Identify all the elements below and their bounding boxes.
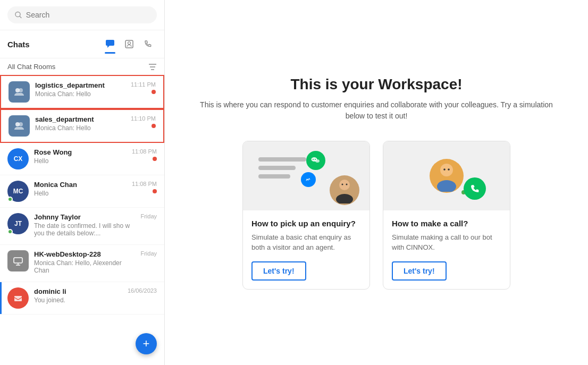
chat-list: logistics_department Monica Chan: Hello … — [0, 75, 164, 365]
chat-time-logistics: 11:11 PM — [131, 81, 156, 88]
svg-point-10 — [19, 88, 23, 92]
chat-meta-hkweb: Friday — [140, 250, 157, 257]
svg-point-29 — [443, 168, 446, 171]
unread-dot-rose — [153, 157, 157, 161]
chat-info-logistics: logistics_department Monica Chan: Hello — [35, 81, 127, 98]
svg-point-31 — [437, 180, 456, 192]
chat-preview-sales: Monica Chan: Hello — [35, 124, 127, 132]
chat-meta-johnny: Friday — [140, 213, 157, 219]
online-dot-monica — [7, 197, 13, 202]
search-input[interactable] — [26, 11, 149, 19]
unread-dot-logistics — [152, 90, 156, 94]
card-body-enquiry: How to pick up an enquiry? Simulate a ba… — [243, 210, 369, 289]
card-enquiry: How to pick up an enquiry? Simulate a ba… — [242, 141, 370, 290]
main-content: This is your Workspace! This is where yo… — [165, 0, 588, 365]
chat-meta-logistics: 11:11 PM — [131, 81, 156, 94]
all-chat-rooms-label: All Chat Rooms — [7, 63, 55, 71]
tab-contacts[interactable] — [121, 36, 138, 53]
chat-name-hkweb: HK-webDesktop-228 — [34, 250, 136, 258]
svg-point-25 — [342, 183, 343, 185]
card-desc-enquiry: Simulate a basic chat enquiry as both a … — [251, 232, 361, 253]
fab-new-chat[interactable]: + — [136, 333, 157, 354]
avatar-dominic — [7, 287, 29, 309]
card-btn-enquiry[interactable]: Let's try! — [251, 261, 306, 281]
chat-name-johnny: Johnny Taylor — [34, 213, 136, 221]
tab-calls[interactable] — [140, 36, 157, 53]
chats-title: Chats — [7, 40, 96, 49]
person-avatar-call — [430, 159, 464, 193]
chat-time-rose: 11:08 PM — [132, 148, 157, 155]
avatar-rose: CX — [7, 148, 29, 169]
chat-info-monica: Monica Chan Hello — [34, 181, 128, 197]
chat-info-rose: Rose Wong Hello — [34, 148, 128, 165]
chat-item-hkweb[interactable]: HK-webDesktop-228 Monica Chan: Hello, Al… — [0, 245, 164, 282]
all-chat-rooms: All Chat Rooms — [0, 58, 164, 75]
chat-meta-monica: 11:08 PM — [132, 181, 157, 193]
svg-point-19 — [315, 159, 316, 160]
chat-item-sales[interactable]: sales_department Monica Chan: Hello 11:1… — [0, 109, 164, 143]
phone-bubble-call — [464, 177, 486, 200]
chat-item-logistics[interactable]: logistics_department Monica Chan: Hello … — [0, 75, 164, 109]
chat-item-dominic[interactable]: dominic li You joined. 16/06/2023 — [0, 282, 164, 315]
chat-icon — [105, 39, 115, 49]
card-image-enquiry — [243, 141, 369, 210]
chat-name-dominic: dominic li — [34, 287, 123, 295]
chat-preview-dominic: You joined. — [34, 296, 123, 304]
chat-item-monica[interactable]: MC Monica Chan Hello 11:08 PM — [0, 175, 164, 208]
unread-dot-sales — [152, 124, 156, 128]
avatar-logistics — [9, 81, 30, 103]
wechat-icon — [310, 155, 321, 166]
svg-point-23 — [336, 194, 353, 203]
chat-name-logistics: logistics_department — [35, 81, 127, 89]
chat-time-dominic: 16/06/2023 — [128, 287, 157, 294]
card-btn-call[interactable]: Let's try! — [392, 261, 447, 281]
chat-time-hkweb: Friday — [140, 250, 157, 257]
avatar-monica: MC — [7, 181, 29, 202]
chat-preview-rose: Hello — [34, 157, 128, 165]
svg-point-20 — [315, 159, 320, 163]
cards-container: How to pick up an enquiry? Simulate a ba… — [242, 141, 510, 290]
sidebar: Chats All Chat — [0, 0, 165, 365]
chat-meta-dominic: 16/06/2023 — [128, 287, 157, 294]
chat-info-sales: sales_department Monica Chan: Hello — [35, 115, 127, 132]
chat-name-sales: sales_department — [35, 115, 127, 123]
messenger-icon — [304, 175, 313, 184]
chat-preview-johnny: The date is confirmed. I will sho w you … — [34, 222, 136, 239]
phone-icon — [144, 39, 153, 49]
search-bar — [0, 0, 164, 30]
chat-name-rose: Rose Wong — [34, 148, 128, 156]
chat-info-hkweb: HK-webDesktop-228 Monica Chan: Hello, Al… — [34, 250, 136, 276]
avatar-sales — [9, 115, 30, 137]
chat-time-monica: 11:08 PM — [132, 181, 157, 187]
tab-chat[interactable] — [102, 36, 119, 53]
svg-point-28 — [440, 164, 453, 176]
svg-point-30 — [448, 168, 450, 171]
chat-item-johnny[interactable]: JT Johnny Taylor The date is confirmed. … — [0, 208, 164, 245]
unread-dot-monica — [153, 189, 157, 193]
search-icon — [15, 11, 22, 19]
svg-point-24 — [339, 180, 350, 190]
workspace-subtitle: This is where you can respond to custome… — [190, 99, 562, 122]
svg-rect-16 — [14, 296, 22, 301]
contacts-icon — [124, 39, 134, 49]
tab-icons — [102, 36, 157, 53]
card-image-call — [383, 141, 510, 210]
card-title-call: How to make a call? — [392, 219, 501, 228]
card-body-call: How to make a call? Simulate making a ca… — [383, 210, 510, 289]
workspace-title: This is your Workspace! — [290, 76, 462, 93]
avatar-hkweb — [7, 250, 29, 271]
chat-time-sales: 11:10 PM — [131, 115, 156, 122]
svg-line-1 — [20, 16, 21, 18]
active-bar-dominic — [0, 282, 2, 314]
filter-icon[interactable] — [148, 63, 157, 71]
svg-rect-2 — [106, 40, 114, 46]
chat-meta-rose: 11:08 PM — [132, 148, 157, 161]
online-dot-johnny — [7, 229, 13, 234]
chat-item-rose[interactable]: CX Rose Wong Hello 11:08 PM — [0, 143, 164, 175]
chat-preview-monica: Hello — [34, 190, 128, 197]
card-desc-call: Simulate making a call to our bot with C… — [392, 232, 501, 253]
card-call: How to make a call? Simulate making a ca… — [383, 141, 510, 290]
chat-info-dominic: dominic li You joined. — [34, 287, 123, 304]
svg-point-26 — [346, 183, 348, 185]
svg-point-18 — [313, 159, 314, 160]
